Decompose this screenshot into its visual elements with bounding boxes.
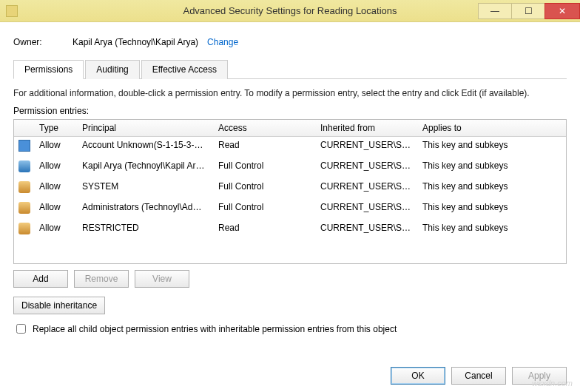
replace-checkbox[interactable] <box>16 324 26 334</box>
cell-type: Allow <box>35 220 78 240</box>
owner-row: Owner: Kapil Arya (Technoyl\Kapil Arya) … <box>13 37 567 47</box>
cell-principal: Administrators (Technoyl\Ad… <box>78 199 214 219</box>
cell-applies: This key and subkeys <box>418 220 566 240</box>
principal-icon <box>18 181 30 193</box>
replace-row: Replace all child object permission entr… <box>13 322 567 336</box>
table-row[interactable]: AllowSYSTEMFull ControlCURRENT_USER\Soft… <box>14 178 566 199</box>
cancel-button[interactable]: Cancel <box>451 367 506 385</box>
cell-access: Full Control <box>214 158 316 178</box>
col-applies[interactable]: Applies to <box>418 120 566 136</box>
cell-applies: This key and subkeys <box>418 137 566 157</box>
window-title: Advanced Security Settings for Reading L… <box>183 5 397 16</box>
ok-button[interactable]: OK <box>391 367 445 385</box>
apply-button: Apply <box>512 367 567 385</box>
principal-icon <box>18 202 30 214</box>
replace-label: Replace all child object permission entr… <box>33 324 397 334</box>
cell-type: Allow <box>35 199 78 219</box>
cell-access: Full Control <box>214 178 316 198</box>
cell-applies: This key and subkeys <box>418 178 566 198</box>
table-row[interactable]: AllowRESTRICTEDReadCURRENT_USER\Softw…Th… <box>14 220 566 240</box>
cell-applies: This key and subkeys <box>418 199 566 219</box>
disable-inheritance-button[interactable]: Disable inheritance <box>13 297 105 314</box>
cell-access: Read <box>214 220 316 240</box>
cell-type: Allow <box>35 158 78 178</box>
dialog-content: Owner: Kapil Arya (Technoyl\Kapil Arya) … <box>0 22 580 336</box>
table-row[interactable]: AllowAccount Unknown(S-1-15-3-…ReadCURRE… <box>14 137 566 158</box>
change-owner-link[interactable]: Change <box>207 37 238 47</box>
close-button[interactable]: ✕ <box>544 3 580 19</box>
cell-inherited: CURRENT_USER\Softw… <box>316 199 418 219</box>
add-button[interactable]: Add <box>13 270 68 288</box>
remove-button: Remove <box>74 270 129 288</box>
col-principal[interactable]: Principal <box>78 120 214 136</box>
principal-icon <box>18 160 30 172</box>
info-text: For additional information, double-click… <box>13 88 567 98</box>
window-controls: — ☐ ✕ <box>479 3 580 19</box>
cell-applies: This key and subkeys <box>418 158 566 178</box>
dialog-footer: OK Cancel Apply <box>391 367 567 385</box>
tabs: Permissions Auditing Effective Access <box>13 59 567 79</box>
cell-access: Full Control <box>214 199 316 219</box>
owner-label: Owner: <box>13 37 72 47</box>
folder-icon <box>6 5 18 17</box>
tab-effective-access[interactable]: Effective Access <box>141 60 228 79</box>
table-row[interactable]: AllowAdministrators (Technoyl\Ad…Full Co… <box>14 199 566 220</box>
cell-inherited: CURRENT_USER\Softw… <box>316 220 418 240</box>
cell-inherited: CURRENT_USER\Softw… <box>316 137 418 157</box>
cell-type: Allow <box>35 178 78 198</box>
col-type[interactable]: Type <box>35 120 78 136</box>
cell-principal: SYSTEM <box>78 178 214 198</box>
tab-permissions[interactable]: Permissions <box>13 60 84 79</box>
entry-buttons: Add Remove View <box>13 270 567 288</box>
view-button: View <box>135 270 189 288</box>
table-row[interactable]: AllowKapil Arya (Technoyl\Kapil Ar…Full … <box>14 158 566 178</box>
permission-entries-label: Permission entries: <box>13 106 567 116</box>
principal-icon <box>18 223 30 234</box>
cell-principal: Account Unknown(S-1-15-3-… <box>78 137 214 157</box>
grid-header: Type Principal Access Inherited from App… <box>14 120 566 137</box>
titlebar: Advanced Security Settings for Reading L… <box>0 0 580 22</box>
owner-name: Kapil Arya (Technoyl\Kapil Arya) <box>72 37 198 47</box>
cell-principal: RESTRICTED <box>78 220 214 240</box>
cell-access: Read <box>214 137 316 157</box>
permission-entries-grid[interactable]: Type Principal Access Inherited from App… <box>13 119 567 264</box>
cell-principal: Kapil Arya (Technoyl\Kapil Ar… <box>78 158 214 178</box>
cell-inherited: CURRENT_USER\Softw… <box>316 178 418 198</box>
principal-icon <box>18 140 30 152</box>
tab-auditing[interactable]: Auditing <box>85 60 139 79</box>
col-access[interactable]: Access <box>214 120 316 136</box>
maximize-button[interactable]: ☐ <box>511 3 545 19</box>
cell-type: Allow <box>35 137 78 157</box>
col-inherited[interactable]: Inherited from <box>316 120 418 136</box>
cell-inherited: CURRENT_USER\Softw… <box>316 158 418 178</box>
minimize-button[interactable]: — <box>478 3 512 19</box>
